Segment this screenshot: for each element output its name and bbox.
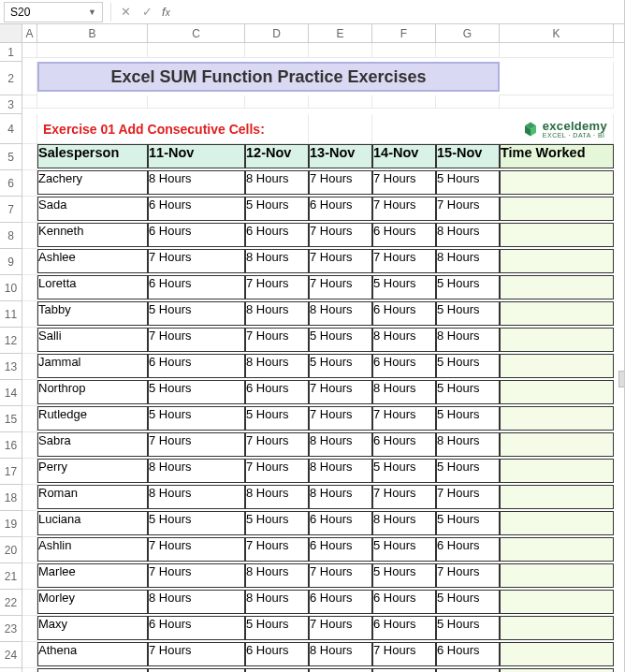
select-all-corner[interactable] xyxy=(0,24,22,42)
table-cell[interactable]: 6 Hours xyxy=(148,197,245,221)
table-cell[interactable]: 6 Hours xyxy=(309,511,372,535)
table-cell[interactable]: 8 Hours xyxy=(245,170,309,195)
cell[interactable] xyxy=(309,43,372,58)
table-cell[interactable]: 7 Hours xyxy=(372,170,436,195)
table-cell[interactable] xyxy=(500,616,614,640)
table-cell[interactable] xyxy=(500,223,614,247)
table-cell[interactable]: Loretta xyxy=(37,275,148,299)
cell[interactable] xyxy=(309,95,372,109)
cell[interactable] xyxy=(500,62,614,95)
table-cell[interactable]: 7 Hours xyxy=(309,170,372,195)
cell[interactable] xyxy=(22,616,37,642)
col-header-G[interactable]: G xyxy=(436,24,500,42)
table-cell[interactable]: 5 Hours xyxy=(436,354,500,378)
cell[interactable] xyxy=(22,197,37,223)
table-cell[interactable]: 7 Hours xyxy=(245,328,309,352)
table-cell[interactable]: 7 Hours xyxy=(245,459,309,483)
table-cell[interactable]: Jammal xyxy=(37,354,148,378)
table-cell[interactable]: 5 Hours xyxy=(436,406,500,431)
table-cell[interactable]: 8 Hours xyxy=(148,590,245,614)
table-header[interactable]: 13-Nov xyxy=(309,144,372,168)
row-header-13[interactable]: 13 xyxy=(0,354,22,380)
table-cell[interactable]: 7 Hours xyxy=(148,432,245,457)
table-cell[interactable]: Ashlee xyxy=(37,249,148,273)
table-cell[interactable] xyxy=(500,563,614,588)
table-cell[interactable]: 7 Hours xyxy=(148,328,245,352)
cell[interactable] xyxy=(22,275,37,301)
page-title[interactable]: Excel SUM Function Practice Exercises xyxy=(37,62,500,92)
table-cell[interactable]: 5 Hours xyxy=(372,537,436,562)
row-header-4[interactable]: 4 xyxy=(0,114,22,144)
cell[interactable] xyxy=(22,328,37,354)
table-header[interactable]: 11-Nov xyxy=(148,144,245,168)
table-cell[interactable]: 6 Hours xyxy=(372,301,436,326)
table-cell[interactable]: 6 Hours xyxy=(245,642,309,666)
table-header[interactable]: 14-Nov xyxy=(372,144,436,168)
table-cell[interactable]: Athena xyxy=(37,642,148,666)
cancel-icon[interactable]: ✕ xyxy=(115,5,137,19)
table-cell[interactable]: 7 Hours xyxy=(436,563,500,588)
row-header-18[interactable]: 18 xyxy=(0,485,22,511)
table-cell[interactable]: 5 Hours xyxy=(148,301,245,326)
check-icon[interactable]: ✓ xyxy=(137,5,158,19)
table-cell[interactable]: 8 Hours xyxy=(245,590,309,614)
row-header-19[interactable]: 19 xyxy=(0,511,22,537)
cell[interactable] xyxy=(22,354,37,380)
table-header[interactable]: Time Worked xyxy=(500,144,614,168)
table-cell[interactable] xyxy=(500,511,614,535)
table-cell[interactable]: 6 Hours xyxy=(148,354,245,378)
table-cell[interactable]: 8 Hours xyxy=(148,170,245,195)
table-cell[interactable]: 8 Hours xyxy=(372,328,436,352)
cell[interactable] xyxy=(22,301,37,328)
table-cell[interactable]: 8 Hours xyxy=(309,301,372,326)
table-cell[interactable]: 6 Hours xyxy=(148,275,245,299)
row-header-8[interactable]: 8 xyxy=(0,223,22,249)
cell[interactable] xyxy=(22,223,37,249)
table-cell[interactable]: 7 Hours xyxy=(372,406,436,431)
cell[interactable] xyxy=(245,95,309,109)
table-cell[interactable]: 6 Hours xyxy=(436,668,500,672)
cell[interactable] xyxy=(22,668,37,672)
row-header-10[interactable]: 10 xyxy=(0,275,22,301)
table-cell[interactable]: 7 Hours xyxy=(148,563,245,588)
table-cell[interactable]: 8 Hours xyxy=(245,249,309,273)
table-cell[interactable]: 6 Hours xyxy=(372,616,436,640)
cell[interactable] xyxy=(22,170,37,197)
table-header[interactable]: 12-Nov xyxy=(245,144,309,168)
table-cell[interactable]: 6 Hours xyxy=(372,432,436,457)
table-cell[interactable]: 5 Hours xyxy=(148,406,245,431)
table-cell[interactable]: 5 Hours xyxy=(436,301,500,326)
table-cell[interactable]: 5 Hours xyxy=(436,170,500,195)
table-cell[interactable] xyxy=(500,642,614,666)
table-cell[interactable]: 7 Hours xyxy=(372,249,436,273)
row-header-3[interactable]: 3 xyxy=(0,95,22,114)
chevron-down-icon[interactable]: ▼ xyxy=(88,7,96,17)
table-cell[interactable]: 6 Hours xyxy=(309,590,372,614)
cell[interactable] xyxy=(372,43,436,58)
table-cell[interactable] xyxy=(500,197,614,221)
table-cell[interactable]: 7 Hours xyxy=(436,197,500,221)
table-cell[interactable]: 5 Hours xyxy=(372,275,436,299)
table-cell[interactable]: Maxy xyxy=(37,616,148,640)
table-cell[interactable]: 5 Hours xyxy=(245,616,309,640)
cell[interactable] xyxy=(37,95,148,109)
table-cell[interactable]: 6 Hours xyxy=(245,380,309,404)
table-cell[interactable]: 6 Hours xyxy=(148,616,245,640)
name-box[interactable]: S20 ▼ xyxy=(4,2,103,22)
table-cell[interactable]: 6 Hours xyxy=(372,668,436,672)
table-cell[interactable]: Miran xyxy=(37,668,148,672)
row-header-1[interactable]: 1 xyxy=(0,43,22,62)
cell[interactable] xyxy=(22,95,37,109)
table-cell[interactable]: 7 Hours xyxy=(245,432,309,457)
table-cell[interactable]: 7 Hours xyxy=(309,275,372,299)
table-cell[interactable] xyxy=(500,406,614,431)
table-cell[interactable]: 7 Hours xyxy=(309,406,372,431)
row-header-17[interactable]: 17 xyxy=(0,459,22,485)
table-cell[interactable]: Morley xyxy=(37,590,148,614)
table-cell[interactable]: Sabra xyxy=(37,432,148,457)
row-header-14[interactable]: 14 xyxy=(0,380,22,406)
table-cell[interactable] xyxy=(500,275,614,299)
col-header-K[interactable]: K xyxy=(500,24,614,42)
row-header-16[interactable]: 16 xyxy=(0,432,22,459)
cell[interactable] xyxy=(22,459,37,485)
